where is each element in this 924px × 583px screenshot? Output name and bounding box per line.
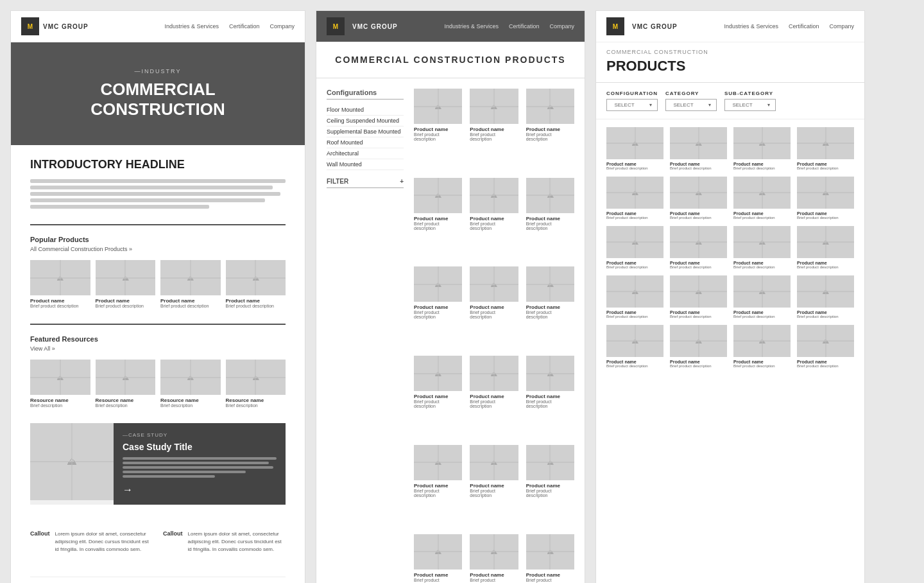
product-card-2[interactable]: Product nameBrief product description	[470, 89, 518, 170]
product-card-2[interactable]: Product nameBrief product description	[526, 178, 574, 259]
nav-link-industries-3[interactable]: Industries & Services	[724, 23, 778, 30]
product-card-3[interactable]: Product nameBrief product description	[733, 177, 791, 220]
nav-link-industries[interactable]: Industries & Services	[164, 23, 219, 30]
product-image	[470, 356, 518, 391]
product-card[interactable]: Product name Brief product description	[160, 260, 221, 308]
featured-resources-section: Featured Resources View All » Resource n…	[30, 324, 286, 408]
product-name: Product name	[470, 572, 518, 578]
product-card-2[interactable]: Product nameBrief product description	[526, 89, 574, 170]
product-card-3[interactable]: Product nameBrief product description	[606, 177, 663, 220]
filter-expand-icon[interactable]: +	[400, 178, 404, 185]
sidebar-item-architectural[interactable]: Architectural	[327, 148, 404, 159]
product-card-3[interactable]: Product nameBrief product description	[670, 226, 727, 269]
featured-resources-link[interactable]: View All »	[30, 345, 286, 352]
product-card-3[interactable]: Product nameBrief product description	[670, 127, 727, 170]
case-study-arrow[interactable]: →	[123, 484, 277, 496]
product-name: Product name	[733, 162, 791, 166]
product-card-3[interactable]: Product nameBrief product description	[733, 127, 791, 170]
nav-link-company-3[interactable]: Company	[829, 23, 854, 30]
resource-name: Resource name	[96, 397, 156, 403]
image-placeholder-icon	[526, 356, 574, 391]
product-name: Product name	[526, 216, 574, 222]
product-card-3[interactable]: Product nameBrief product description	[670, 275, 727, 318]
product-image	[797, 177, 854, 209]
product-card-3[interactable]: Product nameBrief product description	[733, 325, 791, 368]
product-card-2[interactable]: Product nameBrief product description	[470, 356, 518, 437]
sidebar-item-roof[interactable]: Roof Mounted	[327, 137, 404, 148]
filter-category-select[interactable]: SELECT ▾	[665, 99, 717, 111]
nav-link-certification-3[interactable]: Certification	[789, 23, 819, 30]
product-card-3[interactable]: Product nameBrief product description	[670, 325, 727, 368]
product-card-3[interactable]: Product nameBrief product description	[797, 325, 854, 368]
product-name: Product name	[797, 162, 854, 166]
product-card-3[interactable]: Product nameBrief product description	[606, 127, 663, 170]
nav-links-3: Industries & Services Certification Comp…	[724, 23, 854, 30]
product-card-2[interactable]: Product nameBrief product description	[526, 445, 574, 526]
filter-configuration-select[interactable]: SELECT ▾	[606, 99, 658, 111]
nav-link-company-2[interactable]: Company	[549, 23, 574, 30]
product-card[interactable]: Product name Brief product description	[226, 260, 286, 308]
sidebar-item-ceiling[interactable]: Ceiling Suspended Mounted	[327, 116, 404, 126]
product-card-2[interactable]: Product nameBrief product description	[526, 534, 574, 583]
image-placeholder-icon	[414, 178, 462, 213]
product-card-2[interactable]: Product nameBrief product description	[414, 178, 462, 259]
product-image	[470, 178, 518, 213]
product-card[interactable]: Product name Brief product description	[30, 260, 90, 308]
nav-link-certification[interactable]: Certification	[229, 23, 260, 30]
image-placeholder-icon	[797, 325, 854, 357]
filter-sub-category-select[interactable]: SELECT ▾	[724, 99, 776, 111]
product-card-3[interactable]: Product nameBrief product description	[606, 325, 663, 368]
product-card-3[interactable]: Product nameBrief product description	[797, 127, 854, 170]
sidebar-item-wall[interactable]: Wall Mounted	[327, 159, 404, 170]
logo-1[interactable]: M VMC GROUP	[21, 17, 89, 35]
product-card-2[interactable]: Product nameBrief product description	[414, 89, 462, 170]
nav-link-certification-2[interactable]: Certification	[509, 23, 540, 30]
product-name: Product name	[733, 360, 791, 364]
product-card-2[interactable]: Product nameBrief product description	[414, 534, 462, 583]
sidebar-item-supplemental[interactable]: Supplemental Base Mounted	[327, 126, 404, 137]
filter-label[interactable]: FILTER +	[327, 178, 404, 185]
product-card-2[interactable]: Product nameBrief product description	[526, 356, 574, 437]
product-card-3[interactable]: Product nameBrief product description	[733, 275, 791, 318]
case-study-section[interactable]: —CASE STUDY Case Study Title →	[30, 423, 286, 505]
image-placeholder-icon	[670, 127, 727, 159]
product-image	[414, 178, 462, 213]
product-card-2[interactable]: Product nameBrief product description	[470, 534, 518, 583]
product-card-3[interactable]: Product nameBrief product description	[797, 226, 854, 269]
product-card-3[interactable]: Product nameBrief product description	[670, 177, 727, 220]
sidebar-item-floor[interactable]: Floor Mounted	[327, 105, 404, 116]
resource-card[interactable]: Resource name Brief description	[96, 360, 156, 408]
product-card-2[interactable]: Product nameBrief product description	[414, 266, 462, 348]
product-image	[526, 356, 574, 391]
image-placeholder-icon	[30, 423, 114, 500]
sidebar-2: Configurations Floor Mounted Ceiling Sus…	[327, 89, 404, 583]
nav-link-industries-2[interactable]: Industries & Services	[444, 23, 499, 30]
product-name: Product name	[526, 394, 574, 399]
product-name: Product name	[606, 310, 663, 315]
filter-configuration-value: SELECT	[614, 102, 634, 108]
nav-link-company[interactable]: Company	[270, 23, 295, 30]
product-card-2[interactable]: Product nameBrief product description	[414, 356, 462, 437]
product-desc: Brief product description	[526, 132, 574, 141]
resource-card[interactable]: Resource name Brief description	[160, 360, 221, 408]
product-card-3[interactable]: Product nameBrief product description	[797, 275, 854, 318]
resource-card[interactable]: Resource name Brief description	[226, 360, 286, 408]
product-card-3[interactable]: Product nameBrief product description	[606, 275, 663, 318]
product-card-3[interactable]: Product nameBrief product description	[733, 226, 791, 269]
product-card-2[interactable]: Product nameBrief product description	[470, 266, 518, 348]
product-card-2[interactable]: Product nameBrief product description	[414, 445, 462, 526]
image-placeholder-icon	[414, 266, 462, 302]
product-card-3[interactable]: Product nameBrief product description	[797, 177, 854, 220]
product-card-2[interactable]: Product nameBrief product description	[470, 445, 518, 526]
resource-card[interactable]: Resource name Brief description	[30, 360, 90, 408]
image-placeholder-icon	[414, 534, 462, 570]
product-card-2[interactable]: Product nameBrief product description	[470, 178, 518, 259]
product-card[interactable]: Product name Brief product description	[96, 260, 156, 308]
product-card-3[interactable]: Product nameBrief product description	[606, 226, 663, 269]
callout-2: Callout Lorem ipsum dolor sit amet, cons…	[163, 530, 286, 553]
product-image	[670, 177, 727, 209]
product-card-2[interactable]: Product nameBrief product description	[526, 266, 574, 348]
image-placeholder-icon	[670, 325, 727, 357]
image-placeholder-icon	[470, 178, 518, 213]
popular-products-link[interactable]: All Commercial Construction Products »	[30, 246, 286, 252]
